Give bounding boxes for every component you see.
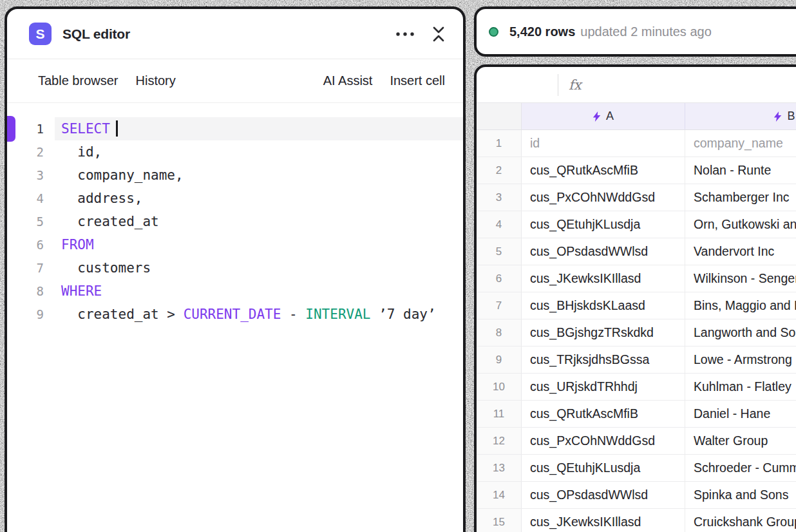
fx-icon: fx [569, 77, 582, 93]
spreadsheet-panel: fx AB 1idcompany_name2cus_QRutkAscMfiBNo… [474, 64, 796, 532]
line-number: 2 [7, 140, 55, 164]
row-number[interactable]: 14 [477, 482, 522, 508]
sheet-row-4: 4cus_QEtuhjKLusdjaOrn, Gutkowski and Son… [477, 211, 796, 238]
sheet-row-1: 1idcompany_name [477, 130, 796, 157]
cell-A11[interactable]: cus_QRutkAscMfiB [522, 401, 685, 427]
toolbar-tab-table-browser[interactable]: Table browser [38, 73, 118, 88]
code-line-3[interactable]: 3 company_name, [7, 164, 463, 187]
formula-bar-divider [558, 74, 558, 96]
cell-A14[interactable]: cus_OPsdasdWWlsd [522, 482, 685, 508]
sql-code-editor[interactable]: 1SELECT2 id,3 company_name,4 address,5 c… [7, 103, 463, 326]
line-number: 8 [7, 280, 55, 303]
code-line-5[interactable]: 5 created_at [7, 210, 463, 233]
cell-reference-box[interactable] [477, 67, 558, 102]
line-number: 9 [7, 303, 55, 326]
cell-A3[interactable]: cus_PxCOhNWddGsd [522, 184, 685, 211]
sheet-row-12: 12cus_PxCOhNWddGsdWalter Group [477, 428, 796, 455]
cell-B5[interactable]: Vandervort Inc [685, 238, 796, 265]
line-number: 4 [7, 187, 55, 210]
code-text: company_name, [55, 164, 463, 187]
cell-A2[interactable]: cus_QRutkAscMfiB [522, 157, 685, 184]
cell-A15[interactable]: cus_JKewksIKIllasd [522, 509, 685, 532]
row-number[interactable]: 11 [477, 401, 522, 427]
grid-body: 1idcompany_name2cus_QRutkAscMfiBNolan - … [477, 130, 796, 532]
cell-B1[interactable]: company_name [685, 130, 796, 157]
cell-B4[interactable]: Orn, Gutkowski and Sons [685, 211, 796, 238]
query-status-card: 5,420 rows updated 2 minutes ago [474, 6, 796, 57]
cell-B9[interactable]: Lowe - Armstrong [685, 347, 796, 373]
row-number[interactable]: 10 [477, 374, 522, 400]
more-menu-button[interactable] [395, 32, 415, 37]
cell-B11[interactable]: Daniel - Hane [685, 401, 796, 427]
row-number[interactable]: 8 [477, 319, 522, 346]
cell-A12[interactable]: cus_PxCOhNWddGsd [522, 428, 685, 454]
row-number[interactable]: 1 [477, 130, 522, 157]
sheet-row-6: 6cus_JKewksIKIllasdWilkinson - Senger [477, 265, 796, 292]
line-number: 3 [7, 164, 55, 187]
cell-B10[interactable]: Kuhlman - Flatley [685, 374, 796, 400]
cell-B3[interactable]: Schamberger Inc [685, 184, 796, 211]
cell-A13[interactable]: cus_QEtuhjKLusdja [522, 455, 685, 481]
sql-editor-toolbar: Table browserHistory AI AssistInsert cel… [7, 59, 463, 103]
row-number[interactable]: 15 [477, 509, 522, 532]
cell-A10[interactable]: cus_URjskdTRhhdj [522, 374, 685, 400]
collapse-panel-button[interactable] [431, 25, 446, 43]
cell-B12[interactable]: Walter Group [685, 428, 796, 454]
row-number[interactable]: 12 [477, 428, 522, 454]
sheet-row-3: 3cus_PxCOhNWddGsdSchamberger Inc [477, 184, 796, 211]
grid-corner-cell[interactable] [477, 103, 522, 129]
cell-A6[interactable]: cus_JKewksIKIllasd [522, 265, 685, 292]
sql-editor-panel: S SQL editor Table browserHistory AI Ass… [5, 6, 466, 532]
cell-B14[interactable]: Spinka and Sons [685, 482, 796, 508]
panel-title: SQL editor [62, 26, 130, 42]
line-number: 7 [7, 256, 55, 280]
code-line-1[interactable]: 1SELECT [7, 117, 463, 140]
row-number[interactable]: 3 [477, 184, 522, 211]
sheet-row-15: 15cus_JKewksIKIllasdCruickshank Group [477, 509, 796, 532]
row-number[interactable]: 5 [477, 238, 522, 265]
column-header-a[interactable]: A [522, 103, 685, 129]
code-text: FROM [55, 233, 463, 256]
cell-B8[interactable]: Langworth and Sons [685, 319, 796, 346]
cell-B13[interactable]: Schroeder - Cummerata [685, 455, 796, 481]
column-letter: A [606, 109, 614, 123]
cell-A5[interactable]: cus_OPsdasdWWlsd [522, 238, 685, 265]
sheet-row-7: 7cus_BHjskdsKLaasdBins, Maggio and Herma… [477, 292, 796, 319]
toolbar-tab-ai-assist[interactable]: AI Assist [323, 73, 373, 88]
code-line-7[interactable]: 7 customers [7, 256, 463, 280]
cell-A9[interactable]: cus_TRjksjdhsBGssa [522, 347, 685, 373]
cell-B7[interactable]: Bins, Maggio and Hermann [685, 292, 796, 319]
code-text: WHERE [55, 280, 463, 303]
sheet-row-10: 10cus_URjskdTRhhdjKuhlman - Flatley [477, 374, 796, 401]
bolt-icon [592, 111, 601, 122]
cell-B6[interactable]: Wilkinson - Senger [685, 265, 796, 292]
bolt-icon [773, 111, 782, 122]
row-number[interactable]: 7 [477, 292, 522, 319]
sheet-row-14: 14cus_OPsdasdWWlsdSpinka and Sons [477, 482, 796, 509]
code-text: created_at [55, 210, 463, 233]
column-header-b[interactable]: B [685, 103, 796, 129]
toolbar-tab-insert-cell[interactable]: Insert cell [390, 73, 445, 88]
column-header-row: AB [477, 103, 796, 130]
cell-B2[interactable]: Nolan - Runte [685, 157, 796, 184]
code-line-4[interactable]: 4 address, [7, 187, 463, 210]
sheet-row-8: 8cus_BGjshgzTRskdkdLangworth and Sons [477, 319, 796, 347]
row-number[interactable]: 9 [477, 347, 522, 373]
code-text: id, [55, 140, 463, 164]
sql-editor-logo: S [29, 23, 52, 45]
cell-A1[interactable]: id [522, 130, 685, 157]
toolbar-tab-history[interactable]: History [136, 73, 176, 88]
code-line-8[interactable]: 8WHERE [7, 280, 463, 303]
row-number[interactable]: 13 [477, 455, 522, 481]
code-line-6[interactable]: 6FROM [7, 233, 463, 256]
code-line-2[interactable]: 2 id, [7, 140, 463, 164]
row-number[interactable]: 2 [477, 157, 522, 184]
row-number[interactable]: 4 [477, 211, 522, 238]
cell-A4[interactable]: cus_QEtuhjKLusdja [522, 211, 685, 238]
code-line-9[interactable]: 9 created_at > CURRENT_DATE - INTERVAL ’… [7, 303, 463, 326]
cell-A7[interactable]: cus_BHjskdsKLaasd [522, 292, 685, 319]
cell-A8[interactable]: cus_BGjshgzTRskdkd [522, 319, 685, 346]
row-number[interactable]: 6 [477, 265, 522, 292]
sheet-row-5: 5cus_OPsdasdWWlsdVandervort Inc [477, 238, 796, 265]
cell-B15[interactable]: Cruickshank Group [685, 509, 796, 532]
